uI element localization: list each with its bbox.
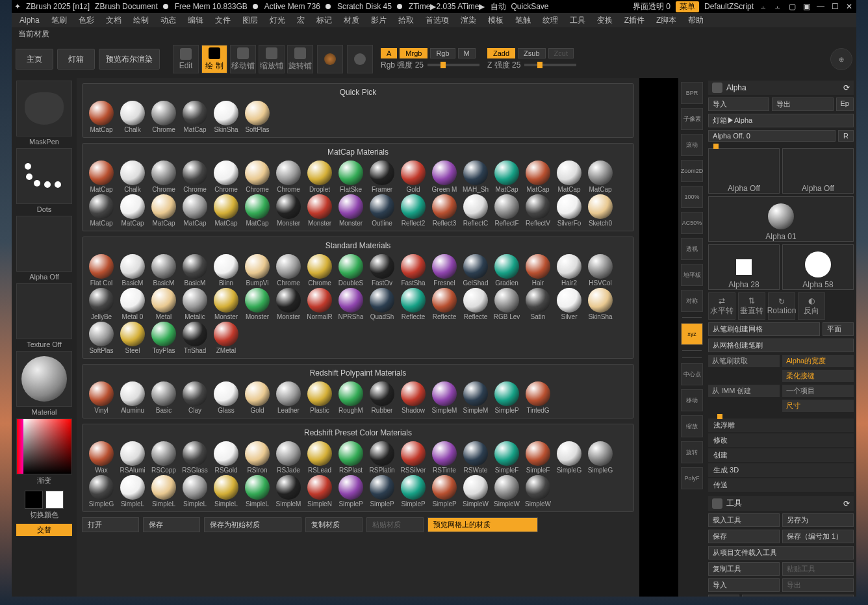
material-BasicM[interactable]: BasicM [118,254,147,287]
material-FastSha[interactable]: FastSha [398,254,428,287]
material-Chrome[interactable]: Chrome [274,254,303,287]
material-TintedG[interactable]: TintedG [523,381,553,414]
import-tool-button[interactable]: 导入 [708,578,780,592]
material-SimpleW[interactable]: SimpleW [492,475,522,508]
alpha-thumb-off[interactable]: Alpha Off [708,148,780,194]
material-RSCopp[interactable]: RSCopp [149,441,179,474]
material-SkinSha[interactable]: SkinSha [211,101,241,133]
rtool-滚动[interactable]: 滚动 [681,134,703,156]
menu-Alpha[interactable]: Alpha [16,14,44,26]
menu-材质[interactable]: 材质 [340,14,363,27]
material-Chrome[interactable]: Chrome [149,101,179,133]
saveas-button[interactable]: 另存为 [782,513,854,527]
material-MatCap[interactable]: MatCap [86,194,116,227]
export-tool-button[interactable]: 导出 [782,578,854,592]
menu-拾取[interactable]: 拾取 [394,14,418,27]
menu-灯光[interactable]: 灯光 [266,14,289,27]
material-GelShad[interactable]: GelShad [461,254,491,287]
mode-绘 制[interactable]: 绘 制 [201,45,227,73]
material-Hair2[interactable]: Hair2 [554,254,584,287]
material-RGB Lev[interactable]: RGB Lev [492,288,522,320]
rtool-缩放[interactable]: 缩放 [681,415,703,437]
material-MatCap[interactable]: MatCap [554,161,584,193]
material-Plastic[interactable]: Plastic [305,381,335,414]
mode-旋转铺[interactable]: 旋转铺 [287,45,313,73]
live-boolean-button[interactable]: 预览布尔渲染 [99,49,160,70]
material-FastOv[interactable]: FastOv [367,254,397,287]
material-Chalk[interactable]: Chalk [118,161,147,193]
copy-tool-button[interactable]: 复制工具 [708,562,780,576]
material-SimpleF[interactable]: SimpleF [523,441,553,474]
rotate-button[interactable]: ↻Rotation [768,292,795,320]
material-SimpleM[interactable]: SimpleM [429,381,459,414]
rendermode-icon[interactable] [347,45,373,73]
target-icon[interactable]: ⊕ [830,48,852,70]
rtool-移动[interactable]: 移动 [681,389,703,411]
material-Aluminu[interactable]: Aluminu [118,381,147,414]
material-SilverFo[interactable]: SilverFo [554,194,584,227]
color-swatch-main[interactable] [25,491,43,509]
menu-帮助[interactable]: 帮助 [684,14,708,27]
quicksave-button[interactable]: QuickSave [511,2,549,11]
menu-编辑[interactable]: 编辑 [184,14,207,27]
material-SimpleM[interactable]: SimpleM [274,475,303,508]
alpha-panel-header[interactable]: Alpha⟳ [708,81,854,95]
rtool-BPR[interactable]: BPR [681,82,703,104]
material-Metal[interactable]: Metal [149,288,179,320]
alpha-section-修改[interactable]: 修改 [708,433,854,447]
material-Monster[interactable]: Monster [242,288,272,320]
material-Reflecte[interactable]: Reflecte [429,288,459,320]
menu-影片[interactable]: 影片 [367,14,390,27]
material-BasicM[interactable]: BasicM [180,254,210,287]
material-SimpleL[interactable]: SimpleL [180,475,210,508]
refresh-icon[interactable]: ⟳ [843,83,850,92]
material-BumpVi[interactable]: BumpVi [242,254,272,287]
save-button[interactable]: 保存 [143,517,200,532]
mode-缩放铺[interactable]: 缩放铺 [259,45,285,73]
alpha-section-创建[interactable]: 创建 [708,448,854,462]
material-SimpleP[interactable]: SimpleP [336,475,366,508]
material-MatCap[interactable]: MatCap [523,161,553,193]
material-RSIron[interactable]: RSIron [242,441,272,474]
material-SimpleL[interactable]: SimpleL [118,475,147,508]
menu-文件[interactable]: 文件 [211,14,235,27]
material-MatCap[interactable]: MatCap [242,194,272,227]
material-RSLead[interactable]: RSLead [305,441,335,474]
zsub-chip[interactable]: Zsub [518,48,545,58]
z-intensity-slider[interactable] [524,64,576,66]
size-slider[interactable]: 尺寸 [782,400,854,412]
paste-button[interactable]: 粘贴材质 [366,517,424,532]
material-SimpleP[interactable]: SimpleP [492,381,522,414]
material-Gold[interactable]: Gold [398,161,428,193]
menu-渲染[interactable]: 渲染 [457,14,480,27]
material-SoftPlas[interactable]: SoftPlas [86,322,116,354]
material-MatCap[interactable]: MatCap [492,161,522,193]
color-swatch-secondary[interactable] [45,491,64,509]
material-RSTinte[interactable]: RSTinte [429,441,459,474]
alpha-r-button[interactable]: R [838,130,854,142]
alpha-section-生成 3D[interactable]: 生成 3D [708,463,854,477]
material-ToyPlas[interactable]: ToyPlas [149,322,179,354]
material-MatCap[interactable]: MatCap [180,101,210,133]
alpha-off-slider[interactable]: Alpha Off. 0 [708,130,836,142]
material-Rubber[interactable]: Rubber [367,381,397,414]
material-NormalR[interactable]: NormalR [305,288,335,320]
menu-模板[interactable]: 模板 [484,14,507,27]
material-RoughM[interactable]: RoughM [336,381,366,414]
tool-panel-header[interactable]: 工具⟳ [708,496,854,511]
material-MatCap[interactable]: MatCap [118,194,147,227]
material-Monster[interactable]: Monster [305,194,335,227]
material-SimpleP[interactable]: SimpleP [429,475,459,508]
copy-button[interactable]: 复制材质 [305,517,363,532]
home-button[interactable]: 主页 [16,49,53,70]
menu-工具[interactable]: 工具 [566,14,589,27]
rtool-100%[interactable]: 100% [681,186,703,208]
material-SimpleL[interactable]: SimpleL [242,475,272,508]
auto-label[interactable]: 自动 [491,1,506,12]
material-slot[interactable] [16,351,72,407]
a-chip[interactable]: A [381,48,397,58]
swap-colors-label[interactable]: 切换颜色 [30,510,58,520]
material-ReflectC[interactable]: ReflectC [461,194,491,227]
material-SimpleP[interactable]: SimpleP [367,475,397,508]
ui-transparency[interactable]: 界面透明 0 [633,1,670,12]
